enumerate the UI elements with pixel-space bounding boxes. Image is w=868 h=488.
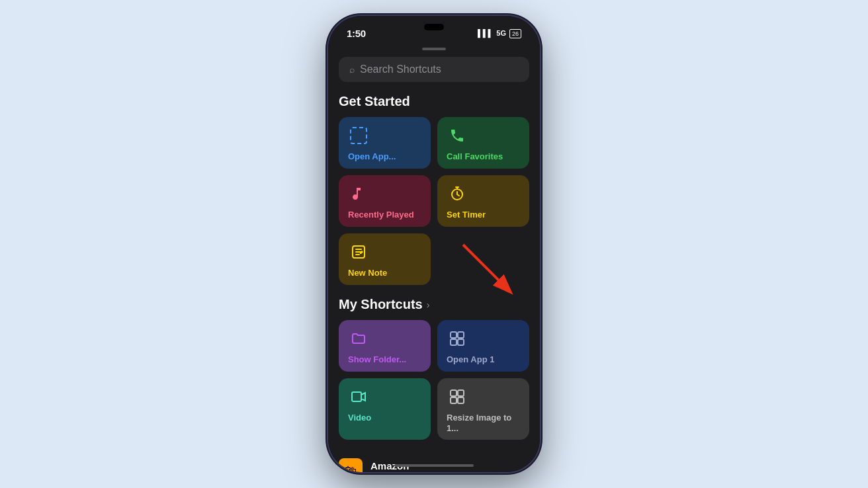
status-bar: 1:50 ▌▌▌ 5G 26 [328, 16, 540, 45]
shortcut-recently-played[interactable]: Recently Played [339, 175, 431, 227]
shortcut-video[interactable]: Video [339, 378, 431, 440]
open-app-icon [348, 125, 369, 146]
set-timer-label: Set Timer [447, 210, 486, 220]
svg-rect-5 [458, 339, 464, 345]
network-type: 5G [496, 29, 506, 37]
resize-image-label: Resize Image to 1... [447, 413, 520, 433]
phone-frame: 1:50 ▌▌▌ 5G 26 ⌕ Search Shortcuts Get St… [328, 16, 540, 472]
pull-indicator [422, 48, 446, 50]
svg-rect-6 [352, 392, 361, 401]
open-app-label: Open App... [348, 151, 396, 162]
home-indicator [394, 464, 474, 467]
call-favorites-label: Call Favorites [447, 151, 503, 162]
svg-rect-2 [451, 332, 456, 338]
my-shortcuts-header-row: My Shortcuts › [339, 297, 529, 312]
my-shortcuts-heading: My Shortcuts [339, 297, 423, 312]
battery-icon: 26 [509, 29, 521, 37]
shortcut-call-favorites[interactable]: Call Favorites [437, 117, 529, 169]
amazon-app-sub: Open Amazon [370, 471, 421, 472]
phone-screen: 1:50 ▌▌▌ 5G 26 ⌕ Search Shortcuts Get St… [328, 16, 540, 472]
show-folder-label: Show Folder... [348, 354, 406, 365]
shortcut-open-app[interactable]: Open App... [339, 117, 431, 169]
svg-rect-7 [451, 390, 456, 396]
shortcut-set-timer[interactable]: Set Timer [437, 175, 529, 227]
status-icons: ▌▌▌ 5G 26 [478, 29, 521, 37]
recently-played-label: Recently Played [348, 210, 414, 220]
my-shortcuts-grid: Show Folder... Open App 1 [339, 320, 529, 440]
amazon-app-icon: 🛍 [339, 458, 363, 472]
my-shortcuts-chevron[interactable]: › [427, 300, 430, 310]
call-favorites-icon [447, 125, 468, 146]
new-note-icon [348, 241, 369, 263]
svg-rect-9 [451, 397, 456, 403]
svg-rect-3 [458, 332, 464, 338]
get-started-heading: Get Started [339, 94, 529, 109]
signal-icon: ▌▌▌ [478, 29, 493, 37]
svg-rect-10 [458, 397, 464, 403]
recently-played-icon [348, 183, 369, 204]
search-icon: ⌕ [349, 64, 355, 75]
get-started-grid: Open App... Call Favorites [339, 117, 529, 285]
svg-rect-4 [451, 339, 456, 345]
new-note-label: New Note [348, 268, 387, 278]
status-time: 1:50 [347, 28, 366, 39]
open-app1-label: Open App 1 [447, 354, 494, 365]
open-app1-icon [447, 328, 468, 349]
search-placeholder: Search Shortcuts [360, 63, 441, 75]
show-folder-icon [348, 328, 369, 349]
dynamic-island [424, 24, 444, 30]
content-area: ⌕ Search Shortcuts Get Started Open App.… [328, 57, 540, 472]
set-timer-icon [447, 183, 468, 204]
video-icon [348, 386, 369, 407]
shortcut-resize-image[interactable]: Resize Image to 1... [437, 378, 529, 440]
shortcut-show-folder[interactable]: Show Folder... [339, 320, 431, 372]
video-label: Video [348, 413, 371, 423]
search-bar[interactable]: ⌕ Search Shortcuts [339, 57, 529, 82]
svg-rect-8 [458, 390, 464, 396]
resize-image-icon [447, 386, 468, 407]
shortcut-open-app1[interactable]: Open App 1 [437, 320, 529, 372]
siri-suggestion-amazon[interactable]: 🛍 Amazon Open Amazon [339, 452, 529, 472]
shortcut-new-note[interactable]: New Note [339, 233, 431, 285]
